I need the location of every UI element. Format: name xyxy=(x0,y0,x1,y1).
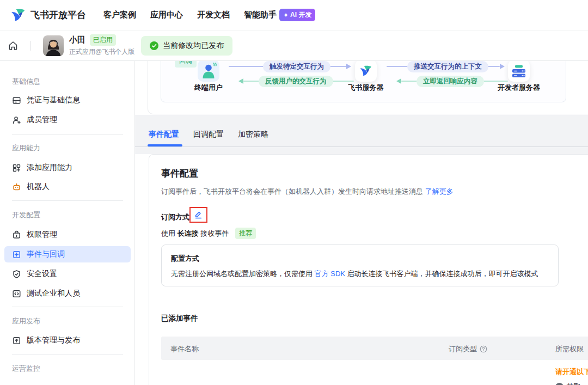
tabs-divider xyxy=(135,146,588,147)
edit-pencil-icon[interactable] xyxy=(194,211,203,219)
arrow-head-left-icon xyxy=(396,78,401,84)
member-add-icon xyxy=(12,115,21,125)
feishu-server-label: 飞书服务器 xyxy=(330,83,401,93)
sidebar-item-test-company[interactable]: 测试企业和人员 xyxy=(0,286,135,301)
brand-name: 飞书开放平台 xyxy=(30,9,86,21)
enabled-badge: 已启用 xyxy=(90,34,116,46)
config-method-box: 配置方式 无需注册公网域名或配置加密策略，仅需使用 官方 SDK 启动长连接飞书… xyxy=(161,245,559,286)
sidebar-item-members[interactable]: 成员管理 xyxy=(0,112,135,127)
event-config-title: 事件配置 xyxy=(161,167,198,180)
divider xyxy=(12,355,123,355)
code-icon xyxy=(12,289,21,298)
robot-icon xyxy=(12,182,21,192)
home-icon[interactable] xyxy=(8,40,19,51)
subscribe-method-label: 订阅方式 xyxy=(161,212,189,222)
tab-callback-config[interactable]: 回调配置 xyxy=(193,130,224,139)
arrow-head-right-icon xyxy=(500,64,505,69)
section-header-app-release: 应用发布 xyxy=(12,317,40,325)
flow-label-response: 立即返回响应内容 xyxy=(416,76,484,87)
added-events-title: 已添加事件 xyxy=(161,314,198,323)
sidebar-item-bot[interactable]: 机器人 xyxy=(0,179,135,194)
flow-label-trigger: 触发特定交互行为 xyxy=(263,61,330,72)
developer-server-icon xyxy=(508,61,530,82)
question-circle-icon[interactable] xyxy=(480,345,487,353)
upload-box-icon xyxy=(12,336,21,345)
app-header: 小田 已启用 正式应用@飞书个人版 当前修改均已发布 xyxy=(0,30,588,61)
arrow-head-left-icon xyxy=(238,78,243,84)
shield-check-icon xyxy=(12,270,21,279)
tab-encryption-policy[interactable]: 加密策略 xyxy=(238,130,268,139)
check-circle-icon xyxy=(150,41,158,50)
sidebar-item-events-callbacks[interactable]: 事件与回调 xyxy=(4,246,131,262)
recommend-badge: 推荐 xyxy=(235,228,256,239)
events-table-header: 事件名称 订阅类型 所需权限 xyxy=(161,337,588,360)
event-config-description: 订阅事件后，飞书开放平台将会在事件（如机器人入群）发生时向请求地址推送消息 了解… xyxy=(161,187,454,197)
app-info: 小田 已启用 正式应用@飞书个人版 xyxy=(69,34,134,57)
nav-item-cases[interactable]: 客户案例 xyxy=(103,10,136,20)
nav-item-app-center[interactable]: 应用中心 xyxy=(150,10,183,20)
event-callback-icon xyxy=(12,250,21,259)
sparkle-icon: ✦ xyxy=(283,11,289,19)
section-header-dev-config: 开发配置 xyxy=(12,211,40,219)
app-name: 小田 xyxy=(69,35,85,45)
official-sdk-link[interactable]: 官方 SDK xyxy=(315,270,345,278)
callback-badge: 回调 xyxy=(175,61,197,68)
learn-more-link[interactable]: 了解更多 xyxy=(425,187,454,195)
section-header-basic-info: 基础信息 xyxy=(12,78,40,85)
clipped-permission-row: 获取 xyxy=(555,382,581,385)
sidebar-item-permissions[interactable]: 权限管理 xyxy=(0,227,135,242)
ai-dev-badge: ✦AI 开发 xyxy=(279,9,315,21)
credential-card-icon xyxy=(12,96,21,105)
brand[interactable]: 飞书开放平台 xyxy=(10,7,86,23)
edit-highlight-box xyxy=(189,207,207,223)
grid-plus-icon xyxy=(12,163,21,173)
main-content: 回调 终端用户 飞书服务器 开发者服务器 触发特定交互行为 反馈用户 xyxy=(135,61,588,385)
config-method-title: 配置方式 xyxy=(171,254,199,264)
divider xyxy=(12,307,123,307)
subscribe-method-value: 使用 长连接 接收事件 推荐 xyxy=(161,228,256,239)
flow-label-feedback: 反馈用户的交互行为 xyxy=(259,76,333,87)
sidebar-item-security[interactable]: 安全设置 xyxy=(0,266,135,282)
flow-label-push: 推送交互行为的上下文 xyxy=(407,61,488,72)
avatar[interactable] xyxy=(43,35,64,56)
sidebar-item-version-release[interactable]: 版本管理与发布 xyxy=(0,333,135,348)
tab-event-config[interactable]: 事件配置 xyxy=(149,130,179,139)
config-method-text: 无需注册公网域名或配置加密策略，仅需使用 官方 SDK 启动长连接飞书客户端，并… xyxy=(171,269,538,279)
nav-item-assistant[interactable]: 智能助手 ✦AI 开发 xyxy=(244,9,315,21)
feishu-logo-icon xyxy=(10,7,27,23)
divider xyxy=(12,134,123,135)
developer-server-label: 开发者服务器 xyxy=(483,83,554,93)
active-tab-underline xyxy=(148,144,182,146)
sidebar: 基础信息 凭证与基础信息 成员管理 应用能力 添加应用能力 xyxy=(0,61,135,385)
end-user-label: 终端用户 xyxy=(173,83,244,93)
sidebar-item-credentials[interactable]: 凭证与基础信息 xyxy=(0,93,135,108)
briefcase-lock-icon xyxy=(12,230,21,240)
col-event-name: 事件名称 xyxy=(170,344,199,354)
nav-item-docs[interactable]: 开发文档 xyxy=(197,10,230,20)
section-header-app-capability: 应用能力 xyxy=(12,144,40,152)
app-subtitle: 正式应用@飞书个人版 xyxy=(69,47,134,57)
arrow-head-right-icon xyxy=(346,64,351,69)
permission-notice: 请开通以下权限 xyxy=(555,367,588,377)
divider xyxy=(30,41,31,51)
permission-icon xyxy=(555,383,564,385)
col-required-permission: 所需权限 xyxy=(555,344,584,354)
section-header-operations: 运营监控 xyxy=(12,365,40,372)
published-status-pill: 当前修改均已发布 xyxy=(141,36,232,56)
nav-items: 客户案例 应用中心 开发文档 智能助手 ✦AI 开发 xyxy=(103,9,315,21)
divider xyxy=(12,200,123,201)
sidebar-item-add-capability[interactable]: 添加应用能力 xyxy=(0,160,135,175)
top-navbar: 飞书开放平台 客户案例 应用中心 开发文档 智能助手 ✦AI 开发 xyxy=(0,0,588,30)
end-user-icon xyxy=(198,61,219,82)
feishu-server-icon xyxy=(355,61,377,82)
col-subscribe-type: 订阅类型 xyxy=(449,344,487,354)
event-config-card: 事件配置 订阅事件后，飞书开放平台将会在事件（如机器人入群）发生时向请求地址推送… xyxy=(149,154,588,385)
